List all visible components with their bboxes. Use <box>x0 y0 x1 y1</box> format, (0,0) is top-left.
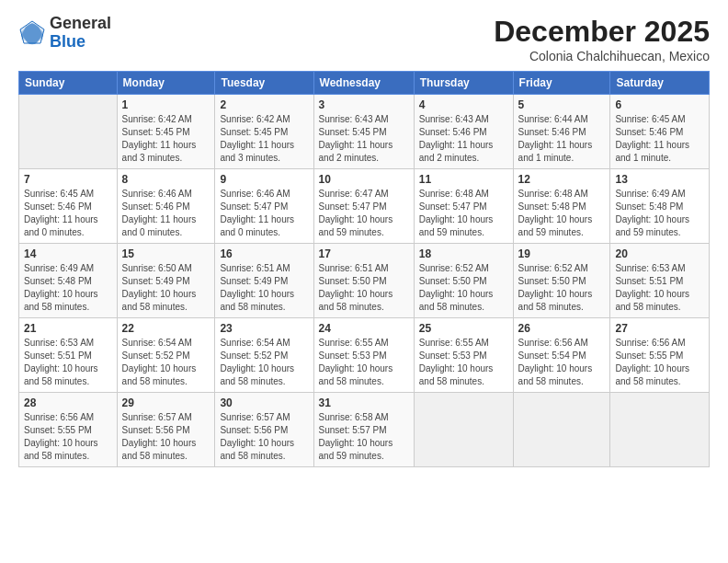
calendar-cell <box>414 393 513 467</box>
calendar-cell: 26Sunrise: 6:56 AM Sunset: 5:54 PM Dayli… <box>513 318 610 393</box>
calendar-cell: 20Sunrise: 6:53 AM Sunset: 5:51 PM Dayli… <box>610 244 710 318</box>
day-info: Sunrise: 6:42 AM Sunset: 5:45 PM Dayligh… <box>122 113 210 165</box>
day-info: Sunrise: 6:53 AM Sunset: 5:51 PM Dayligh… <box>615 262 704 314</box>
day-info: Sunrise: 6:57 AM Sunset: 5:56 PM Dayligh… <box>220 411 308 463</box>
calendar-cell: 23Sunrise: 6:54 AM Sunset: 5:52 PM Dayli… <box>215 318 313 393</box>
day-info: Sunrise: 6:50 AM Sunset: 5:49 PM Dayligh… <box>122 262 210 314</box>
day-number: 7 <box>24 173 112 186</box>
calendar-cell: 4Sunrise: 6:43 AM Sunset: 5:46 PM Daylig… <box>414 95 513 169</box>
day-info: Sunrise: 6:57 AM Sunset: 5:56 PM Dayligh… <box>122 411 210 463</box>
day-number: 18 <box>419 247 508 260</box>
day-info: Sunrise: 6:53 AM Sunset: 5:51 PM Dayligh… <box>24 337 112 388</box>
day-number: 14 <box>24 247 112 260</box>
day-number: 24 <box>319 322 409 335</box>
day-number: 21 <box>24 322 112 335</box>
day-number: 15 <box>122 247 210 260</box>
calendar-cell: 21Sunrise: 6:53 AM Sunset: 5:51 PM Dayli… <box>19 318 118 393</box>
calendar-cell: 19Sunrise: 6:52 AM Sunset: 5:50 PM Dayli… <box>513 244 610 318</box>
day-number: 23 <box>220 322 308 335</box>
day-info: Sunrise: 6:48 AM Sunset: 5:48 PM Dayligh… <box>518 188 606 239</box>
day-info: Sunrise: 6:52 AM Sunset: 5:50 PM Dayligh… <box>419 262 508 314</box>
calendar-cell: 8Sunrise: 6:46 AM Sunset: 5:46 PM Daylig… <box>117 169 215 244</box>
logo-icon <box>18 19 46 47</box>
subtitle: Colonia Chalchihuecan, Mexico <box>494 49 710 63</box>
day-number: 3 <box>319 98 409 111</box>
day-info: Sunrise: 6:44 AM Sunset: 5:46 PM Dayligh… <box>518 113 606 165</box>
calendar-cell: 3Sunrise: 6:43 AM Sunset: 5:45 PM Daylig… <box>313 95 414 169</box>
calendar-cell <box>19 95 118 169</box>
day-info: Sunrise: 6:47 AM Sunset: 5:47 PM Dayligh… <box>319 188 409 239</box>
calendar-cell: 11Sunrise: 6:48 AM Sunset: 5:47 PM Dayli… <box>414 169 513 244</box>
day-info: Sunrise: 6:46 AM Sunset: 5:47 PM Dayligh… <box>220 188 308 239</box>
calendar-week-row: 21Sunrise: 6:53 AM Sunset: 5:51 PM Dayli… <box>19 318 710 393</box>
day-info: Sunrise: 6:45 AM Sunset: 5:46 PM Dayligh… <box>24 188 112 239</box>
day-number: 30 <box>220 396 308 409</box>
day-info: Sunrise: 6:55 AM Sunset: 5:53 PM Dayligh… <box>319 337 409 388</box>
day-info: Sunrise: 6:43 AM Sunset: 5:46 PM Dayligh… <box>419 113 508 165</box>
calendar-cell: 10Sunrise: 6:47 AM Sunset: 5:47 PM Dayli… <box>313 169 414 244</box>
calendar-cell: 25Sunrise: 6:55 AM Sunset: 5:53 PM Dayli… <box>414 318 513 393</box>
day-info: Sunrise: 6:43 AM Sunset: 5:45 PM Dayligh… <box>319 113 409 165</box>
calendar-cell: 24Sunrise: 6:55 AM Sunset: 5:53 PM Dayli… <box>313 318 414 393</box>
logo-text: General Blue <box>50 15 111 52</box>
day-info: Sunrise: 6:51 AM Sunset: 5:50 PM Dayligh… <box>319 262 409 314</box>
weekday-header-thursday: Thursday <box>414 72 513 95</box>
calendar-cell: 17Sunrise: 6:51 AM Sunset: 5:50 PM Dayli… <box>313 244 414 318</box>
weekday-header-tuesday: Tuesday <box>215 72 313 95</box>
calendar-cell: 29Sunrise: 6:57 AM Sunset: 5:56 PM Dayli… <box>117 393 215 467</box>
calendar-cell: 30Sunrise: 6:57 AM Sunset: 5:56 PM Dayli… <box>215 393 313 467</box>
day-info: Sunrise: 6:42 AM Sunset: 5:45 PM Dayligh… <box>220 113 308 165</box>
day-info: Sunrise: 6:49 AM Sunset: 5:48 PM Dayligh… <box>615 188 704 239</box>
day-info: Sunrise: 6:54 AM Sunset: 5:52 PM Dayligh… <box>122 337 210 388</box>
calendar-week-row: 14Sunrise: 6:49 AM Sunset: 5:48 PM Dayli… <box>19 244 710 318</box>
calendar-body: 1Sunrise: 6:42 AM Sunset: 5:45 PM Daylig… <box>19 95 710 467</box>
day-info: Sunrise: 6:51 AM Sunset: 5:49 PM Dayligh… <box>220 262 308 314</box>
logo-general-text: General <box>50 15 111 33</box>
day-number: 27 <box>615 322 704 335</box>
title-block: December 2025 Colonia Chalchihuecan, Mex… <box>494 15 710 63</box>
day-info: Sunrise: 6:58 AM Sunset: 5:57 PM Dayligh… <box>319 411 409 463</box>
day-number: 1 <box>122 98 210 111</box>
calendar-cell: 1Sunrise: 6:42 AM Sunset: 5:45 PM Daylig… <box>117 95 215 169</box>
page-container: General Blue December 2025 Colonia Chalc… <box>0 0 728 563</box>
calendar-cell: 6Sunrise: 6:45 AM Sunset: 5:46 PM Daylig… <box>610 95 710 169</box>
day-number: 20 <box>615 247 704 260</box>
calendar-cell <box>610 393 710 467</box>
day-number: 8 <box>122 173 210 186</box>
calendar-cell: 2Sunrise: 6:42 AM Sunset: 5:45 PM Daylig… <box>215 95 313 169</box>
day-number: 25 <box>419 322 508 335</box>
calendar-week-row: 1Sunrise: 6:42 AM Sunset: 5:45 PM Daylig… <box>19 95 710 169</box>
day-number: 2 <box>220 98 308 111</box>
calendar-cell: 14Sunrise: 6:49 AM Sunset: 5:48 PM Dayli… <box>19 244 118 318</box>
calendar-week-row: 7Sunrise: 6:45 AM Sunset: 5:46 PM Daylig… <box>19 169 710 244</box>
weekday-header-sunday: Sunday <box>19 72 118 95</box>
weekday-header-monday: Monday <box>117 72 215 95</box>
day-number: 13 <box>615 173 704 186</box>
calendar-table: SundayMondayTuesdayWednesdayThursdayFrid… <box>18 71 710 467</box>
day-number: 9 <box>220 173 308 186</box>
calendar-cell: 18Sunrise: 6:52 AM Sunset: 5:50 PM Dayli… <box>414 244 513 318</box>
logo: General Blue <box>18 15 111 52</box>
calendar-cell: 28Sunrise: 6:56 AM Sunset: 5:55 PM Dayli… <box>19 393 118 467</box>
day-info: Sunrise: 6:52 AM Sunset: 5:50 PM Dayligh… <box>518 262 606 314</box>
weekday-header-friday: Friday <box>513 72 610 95</box>
weekday-header-row: SundayMondayTuesdayWednesdayThursdayFrid… <box>19 72 710 95</box>
calendar-cell: 9Sunrise: 6:46 AM Sunset: 5:47 PM Daylig… <box>215 169 313 244</box>
weekday-header-wednesday: Wednesday <box>313 72 414 95</box>
day-number: 28 <box>24 396 112 409</box>
day-number: 11 <box>419 173 508 186</box>
logo-blue-text: Blue <box>50 33 111 52</box>
day-number: 6 <box>615 98 704 111</box>
day-info: Sunrise: 6:45 AM Sunset: 5:46 PM Dayligh… <box>615 113 704 165</box>
month-title: December 2025 <box>494 15 710 49</box>
day-info: Sunrise: 6:56 AM Sunset: 5:55 PM Dayligh… <box>24 411 112 463</box>
calendar-cell: 27Sunrise: 6:56 AM Sunset: 5:55 PM Dayli… <box>610 318 710 393</box>
day-info: Sunrise: 6:56 AM Sunset: 5:54 PM Dayligh… <box>518 337 606 388</box>
day-info: Sunrise: 6:49 AM Sunset: 5:48 PM Dayligh… <box>24 262 112 314</box>
day-info: Sunrise: 6:46 AM Sunset: 5:46 PM Dayligh… <box>122 188 210 239</box>
calendar-cell: 13Sunrise: 6:49 AM Sunset: 5:48 PM Dayli… <box>610 169 710 244</box>
day-info: Sunrise: 6:54 AM Sunset: 5:52 PM Dayligh… <box>220 337 308 388</box>
calendar-cell: 12Sunrise: 6:48 AM Sunset: 5:48 PM Dayli… <box>513 169 610 244</box>
calendar-week-row: 28Sunrise: 6:56 AM Sunset: 5:55 PM Dayli… <box>19 393 710 467</box>
day-number: 17 <box>319 247 409 260</box>
